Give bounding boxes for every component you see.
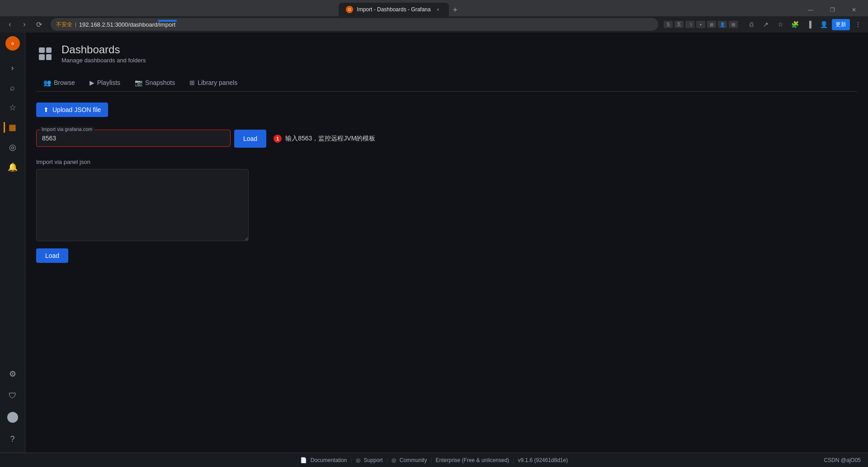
footer-doc-icon: 📄 xyxy=(300,457,307,463)
grafana-logo[interactable]: G xyxy=(5,36,20,51)
new-tab-btn[interactable]: + xyxy=(449,4,462,16)
tabs-nav: 👥 Browse ▶ Playlists 📷 Snapshots ⊞ Libra… xyxy=(36,75,857,92)
ext-user-icon: 👤 xyxy=(718,21,727,28)
import-grafana-row: Import via grafana.com Load 1 输入8563，监控远… xyxy=(36,130,857,148)
library-panels-icon: ⊞ xyxy=(189,79,195,86)
forward-btn[interactable]: › xyxy=(18,18,31,31)
close-btn[interactable]: ✕ xyxy=(844,4,864,16)
tab-favicon: G xyxy=(346,6,353,13)
panel-json-label: Import via panel json xyxy=(36,159,857,165)
upload-icon: ⬆ xyxy=(43,106,49,113)
panel-json-textarea[interactable] xyxy=(36,169,249,241)
reload-btn[interactable]: ⟳ xyxy=(33,18,45,31)
snapshots-icon: 📷 xyxy=(135,79,142,86)
footer-documentation-link[interactable]: Documentation xyxy=(311,457,347,463)
import-grafana-wrapper: Import via grafana.com xyxy=(36,130,231,147)
menu-btn[interactable]: ⋮ xyxy=(852,18,864,31)
grafana-logo-icon: G xyxy=(9,39,17,47)
address-text: 192.168.2.51:3000/dashboard/import xyxy=(79,21,175,28)
sidebar-item-shield[interactable]: 🛡 xyxy=(4,387,22,405)
import-grafana-label: Import via grafana.com xyxy=(40,126,94,132)
address-bar[interactable]: 不安全 | 192.168.2.51:3000/dashboard/import xyxy=(51,18,658,31)
sidebar-item-help[interactable]: ? xyxy=(4,430,22,448)
gear-icon: ⚙ xyxy=(9,369,16,379)
screenshot-btn[interactable]: ⎙ xyxy=(745,18,758,31)
footer-corner: CSDN @ajO05 xyxy=(824,457,861,463)
sidebar-item-dashboards[interactable]: ▦ xyxy=(4,118,22,136)
nav-bar: ‹ › ⟳ 不安全 | 192.168.2.51:3000/dashboard/… xyxy=(0,16,868,33)
footer-support-link[interactable]: Support xyxy=(364,457,383,463)
shield-icon: 🛡 xyxy=(9,391,17,401)
back-btn[interactable]: ‹ xyxy=(4,18,16,31)
page-header: Dashboards Manage dashboards and folders xyxy=(36,43,857,64)
bookmark-btn[interactable]: ☆ xyxy=(774,18,787,31)
ext-moon-icon: ☽ xyxy=(685,21,694,28)
sidebar-item-settings[interactable]: ⚙ xyxy=(4,365,22,383)
compass-icon: ◎ xyxy=(9,142,16,152)
sidebar-item-alerting[interactable]: 🔔 xyxy=(4,158,22,176)
page-title: Dashboards xyxy=(61,43,146,56)
search-icon: ⌕ xyxy=(10,83,15,93)
share-btn[interactable]: ↗ xyxy=(760,18,772,31)
import-grafana-section: Import via grafana.com Load 1 输入8563，监控远… xyxy=(36,130,857,148)
import-panel-section: Import via panel json Load xyxy=(36,159,857,263)
tab-title: Import - Dashboards - Grafana xyxy=(357,6,430,13)
update-button[interactable]: 更新 xyxy=(832,19,850,30)
tab-playlists[interactable]: ▶ Playlists xyxy=(82,75,127,92)
svg-text:G: G xyxy=(11,42,14,46)
tab-snapshots[interactable]: 📷 Snapshots xyxy=(127,75,182,92)
import-grafana-input[interactable] xyxy=(36,130,231,147)
help-icon: ? xyxy=(10,434,14,444)
browser-chrome: G Import - Dashboards - Grafana × + — ❐ … xyxy=(0,0,868,33)
sidebar-item-starred[interactable]: ☆ xyxy=(4,98,22,117)
tooltip-badge: 1 xyxy=(274,135,282,143)
browse-icon: 👥 xyxy=(43,79,51,86)
footer: 📄 Documentation | ◎ Support | ◎ Communit… xyxy=(0,453,868,467)
ext-grid-icon: ⊞ xyxy=(707,21,716,28)
sidebar-toggle-btn[interactable]: ▐ xyxy=(803,18,816,31)
ext-dots-icon: • xyxy=(696,21,705,28)
page-header-text: Dashboards Manage dashboards and folders xyxy=(61,43,146,64)
main-content: Dashboards Manage dashboards and folders… xyxy=(25,33,868,453)
sidebar-item-user[interactable] xyxy=(4,408,22,426)
tab-library-panels[interactable]: ⊞ Library panels xyxy=(182,75,245,92)
ext-s-icon: S xyxy=(664,21,673,28)
ext-wu-icon: 五 xyxy=(675,21,684,28)
footer-enterprise-link[interactable]: Enterprise (Free & unlicensed) xyxy=(436,457,509,463)
app-layout: G › ⌕ ☆ ▦ ◎ 🔔 ⚙ 🛡 xyxy=(0,33,868,453)
active-tab[interactable]: G Import - Dashboards - Grafana × xyxy=(339,3,448,16)
footer-support-icon: ◎ xyxy=(356,457,360,463)
ext-apps-icon: ⊞ xyxy=(729,21,738,28)
window-controls: — ❐ ✕ xyxy=(800,4,864,16)
footer-community-link[interactable]: Community xyxy=(400,457,427,463)
dashboards-icon: ▦ xyxy=(9,122,16,132)
upload-json-btn[interactable]: ⬆ Upload JSON file xyxy=(36,103,108,117)
tab-browse[interactable]: 👥 Browse xyxy=(36,75,82,92)
inline-hint: 1 输入8563，监控远程JVM的模板 xyxy=(274,135,375,143)
page-subtitle: Manage dashboards and folders xyxy=(61,57,146,64)
footer-community-icon: ◎ xyxy=(392,457,396,463)
sidebar-collapse-btn[interactable]: › xyxy=(4,59,22,77)
tab-bar: G Import - Dashboards - Grafana × + — ❐ … xyxy=(0,0,868,16)
sidebar-item-explore[interactable]: ◎ xyxy=(4,138,22,156)
load-btn-secondary[interactable]: Load xyxy=(36,248,68,263)
bell-icon: 🔔 xyxy=(8,162,18,172)
load-btn[interactable]: Load xyxy=(234,130,266,148)
footer-version: v9.1.6 (92461d8d1e) xyxy=(518,457,568,463)
extension-btn[interactable]: 🧩 xyxy=(788,18,801,31)
sidebar: G › ⌕ ☆ ▦ ◎ 🔔 ⚙ 🛡 xyxy=(0,33,25,453)
restore-btn[interactable]: ❐ xyxy=(822,4,843,16)
tooltip-text: 输入8563，监控远程JVM的模板 xyxy=(285,135,375,143)
sidebar-item-search[interactable]: ⌕ xyxy=(4,79,22,97)
user-avatar xyxy=(7,412,18,423)
extension-icons: S 五 ☽ • ⊞ 👤 ⊞ xyxy=(664,21,738,28)
minimize-btn[interactable]: — xyxy=(800,4,821,16)
profile-btn[interactable]: 👤 xyxy=(817,18,830,31)
star-icon: ☆ xyxy=(9,103,16,112)
dashboards-header-icon xyxy=(36,45,54,63)
security-warning: 不安全 xyxy=(56,21,72,28)
playlists-icon: ▶ xyxy=(90,79,94,86)
tab-close-btn[interactable]: × xyxy=(434,6,442,13)
